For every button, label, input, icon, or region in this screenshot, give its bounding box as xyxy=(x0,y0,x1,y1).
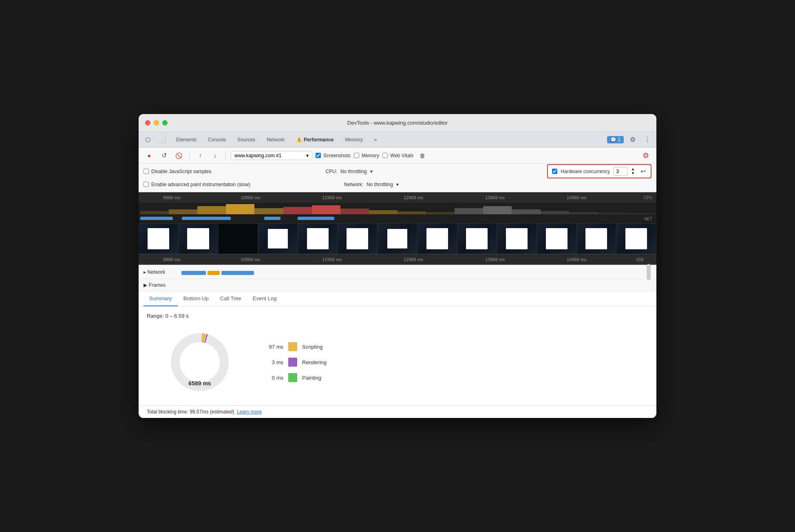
hw-concurrency-panel: Hardware concurrency ▲ ▼ ↩ xyxy=(547,164,651,178)
hw-undo-button[interactable]: ↩ xyxy=(640,167,647,176)
scripting-color-swatch xyxy=(288,342,297,351)
cpu-throttle-row: CPU: No throttling ▾ xyxy=(325,169,372,174)
network-bars xyxy=(181,269,254,275)
screenshots-checkbox-label[interactable]: Screenshots xyxy=(316,153,351,158)
tab-network[interactable]: Network xyxy=(262,134,289,145)
cpu-dropdown-icon[interactable]: ▾ xyxy=(370,169,373,174)
legend-rendering: 3 ms Rendering xyxy=(261,358,327,367)
tab-elements[interactable]: Elements xyxy=(171,134,201,145)
web-vitals-checkbox-label[interactable]: Web Vitals xyxy=(382,153,413,158)
disable-js-checkbox[interactable] xyxy=(144,169,149,174)
scrollbar-thumb[interactable] xyxy=(647,264,651,280)
learn-more-link[interactable]: Learn more xyxy=(237,409,262,415)
title-bar: DevTools - www.kapwing.com/studio/editor xyxy=(139,114,656,132)
timeline-ruler-top: 9968 ms 10968 ms 11968 ms 12968 ms 13968… xyxy=(139,192,656,203)
options-panel: Disable JavaScript samples CPU: No throt… xyxy=(139,164,656,192)
svg-point-0 xyxy=(175,338,224,387)
tab-cursor-icon[interactable]: ⬡ xyxy=(142,134,154,145)
ruler-label-3: 11968 ms xyxy=(322,195,342,200)
legend-scripting: 97 ms Scripting xyxy=(261,342,327,351)
gear-icon: ⚙ xyxy=(630,136,636,143)
clear-button[interactable]: 🚫 xyxy=(173,150,184,161)
screenshot-9 xyxy=(457,224,497,254)
enable-paint-checkbox[interactable] xyxy=(144,182,149,187)
painting-value: 0 ms xyxy=(261,375,283,381)
tab-sources[interactable]: Sources xyxy=(232,134,260,145)
upload-button[interactable]: ↑ xyxy=(194,150,206,161)
blocking-time-text: Total blocking time: 99.57ms (estimated) xyxy=(147,409,234,415)
rendering-color-swatch xyxy=(288,358,297,367)
bottom-ruler-label-3: 11968 ms xyxy=(322,257,342,262)
perf-settings-button[interactable]: ⚙ xyxy=(640,150,651,161)
hw-concurrency-input[interactable] xyxy=(613,167,628,176)
reload-button[interactable]: ↺ xyxy=(158,150,170,161)
download-button[interactable]: ↓ xyxy=(209,150,221,161)
screenshot-11 xyxy=(537,224,577,254)
hw-concurrency-spinner[interactable]: ▲ ▼ xyxy=(631,167,635,176)
net-track-label: NET xyxy=(644,217,652,221)
summary-content: Range: 0 – 6.59 s 6589 ms xyxy=(139,306,656,405)
timeline-tracks: NET xyxy=(139,203,656,223)
tab-event-log[interactable]: Event Log xyxy=(247,291,283,306)
screenshot-4 xyxy=(258,224,298,254)
screenshot-6 xyxy=(338,224,378,254)
network-dropdown-icon[interactable]: ▾ xyxy=(396,182,399,187)
network-throttle-row: Network: No throttling ▾ xyxy=(344,182,399,187)
more-dots-icon: ⋮ xyxy=(644,136,651,143)
frames-collapse-icon[interactable]: ▶ xyxy=(144,282,147,288)
donut-center-label: 6589 ms xyxy=(188,380,211,387)
tab-bottom-up[interactable]: Bottom-Up xyxy=(178,291,214,306)
memory-checkbox[interactable] xyxy=(354,153,359,158)
screenshots-checkbox[interactable] xyxy=(316,153,321,158)
ruler-label-6: 14968 ms xyxy=(567,195,586,200)
network-row: ▸ Network xyxy=(139,265,656,279)
toolbar-separator-2 xyxy=(225,152,226,160)
hw-concurrency-checkbox[interactable] xyxy=(552,169,557,174)
screenshot-3 xyxy=(218,224,258,254)
chart-area: 6589 ms 97 ms Scripting 3 ms Rendering xyxy=(147,325,648,399)
tab-summary[interactable]: Summary xyxy=(144,291,178,306)
tab-call-tree[interactable]: Call Tree xyxy=(214,291,247,306)
feedback-badge[interactable]: 💬 1 xyxy=(607,136,624,143)
minimize-button[interactable] xyxy=(154,120,159,125)
range-text: Range: 0 – 6.59 s xyxy=(147,313,648,319)
tabs-bar: ⬡ ⬜ Elements Console Sources Network ⚠️ … xyxy=(139,132,656,147)
tab-performance[interactable]: ⚠️ Performance xyxy=(291,134,338,145)
tab-console[interactable]: Console xyxy=(203,134,231,145)
tab-memory[interactable]: Memory xyxy=(340,134,367,145)
close-button[interactable] xyxy=(145,120,150,125)
window-title: DevTools - www.kapwing.com/studio/editor xyxy=(347,120,448,126)
cpu-throttle-value: No throttling xyxy=(340,169,367,174)
screenshot-1 xyxy=(139,224,179,254)
more-options-button[interactable]: ⋮ xyxy=(642,134,653,145)
tab-more[interactable]: » xyxy=(369,134,382,145)
feedback-icon: 💬 xyxy=(610,137,616,143)
bottom-ruler-label-2: 10968 ms xyxy=(241,257,260,262)
options-row-1: Disable JavaScript samples CPU: No throt… xyxy=(144,165,651,178)
frames-label: Frames xyxy=(149,282,166,288)
trash-button[interactable]: 🗑 xyxy=(417,150,428,161)
tabs-right-actions: 💬 1 ⚙ ⋮ xyxy=(607,134,653,145)
network-throttle-value: No throttling xyxy=(367,182,393,187)
record-button[interactable]: ● xyxy=(144,150,155,161)
url-selector[interactable]: www.kapwing.com #1 ▾ xyxy=(231,151,312,160)
main-toolbar: ● ↺ 🚫 ↑ ↓ www.kapwing.com #1 ▾ Screensho… xyxy=(139,147,656,164)
bottom-ruler-label-7: 159 xyxy=(636,257,643,262)
rendering-value: 3 ms xyxy=(261,359,283,365)
bottom-ruler-label-1: 9968 ms xyxy=(163,257,180,262)
legend-painting: 0 ms Painting xyxy=(261,373,327,382)
url-value: www.kapwing.com #1 xyxy=(234,153,305,158)
enable-paint-checkbox-label[interactable]: Enable advanced paint instrumentation (s… xyxy=(144,182,250,187)
web-vitals-checkbox[interactable] xyxy=(382,153,388,158)
network-collapse-label[interactable]: ▸ Network xyxy=(144,269,165,275)
cpu-track xyxy=(139,203,656,215)
screenshot-12 xyxy=(577,224,617,254)
maximize-button[interactable] xyxy=(162,120,168,125)
net-track xyxy=(139,216,656,221)
settings-tab-button[interactable]: ⚙ xyxy=(627,134,638,145)
tab-screen-icon[interactable]: ⬜ xyxy=(155,134,170,145)
devtools-window: DevTools - www.kapwing.com/studio/editor… xyxy=(139,114,656,418)
disable-js-checkbox-label[interactable]: Disable JavaScript samples xyxy=(144,169,211,174)
bottom-ruler-label-5: 13968 ms xyxy=(485,257,505,262)
memory-checkbox-label[interactable]: Memory xyxy=(354,153,379,158)
